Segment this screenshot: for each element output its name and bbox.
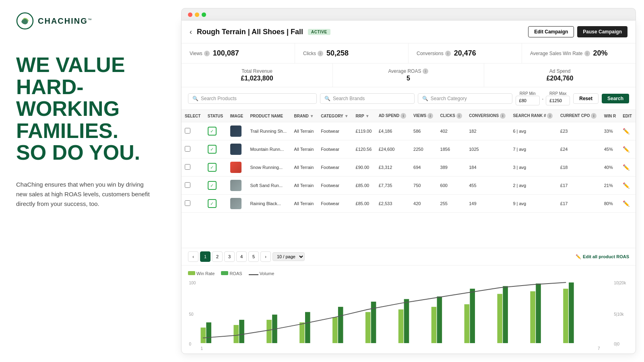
cell-conversions-4: 149: [466, 195, 510, 213]
views-th-info-icon[interactable]: i: [427, 113, 433, 119]
reset-button[interactable]: Reset: [573, 93, 599, 104]
next-page-button[interactable]: ›: [260, 251, 271, 262]
clicks-th-info-icon[interactable]: i: [456, 113, 462, 119]
conv-th-info-icon[interactable]: i: [500, 113, 506, 119]
page-3-button[interactable]: 3: [224, 251, 235, 262]
edit-row-button-1[interactable]: ✏️: [623, 146, 630, 152]
stat-views: Views i 100,087: [182, 43, 295, 63]
cell-clicks-2: 389: [437, 158, 466, 177]
search-category-icon: 🔍: [422, 96, 428, 101]
row-checkbox-0[interactable]: [185, 128, 190, 134]
status-check-4: ✓: [208, 199, 217, 208]
row-checkbox-4[interactable]: [185, 200, 190, 206]
rank-th-info-icon[interactable]: i: [547, 113, 553, 119]
th-rrp[interactable]: RRP ▼: [353, 110, 376, 122]
stat-win-rate-value: 20%: [593, 49, 608, 58]
category-filter-icon[interactable]: ▼: [345, 114, 349, 118]
total-revenue-value: £1,023,800: [190, 75, 324, 82]
th-product-name[interactable]: PRODUCT NAME: [247, 110, 291, 122]
edit-row-button-4[interactable]: ✏️: [623, 200, 630, 207]
stat-conversions-value: 20,476: [454, 49, 476, 58]
search-brands-box[interactable]: 🔍 Search Brands: [320, 93, 415, 104]
volume-legend-line: [249, 274, 258, 275]
row-checkbox-1[interactable]: [185, 146, 190, 152]
page-1-button[interactable]: 1: [200, 251, 211, 262]
cell-select-2: [182, 158, 204, 177]
cell-views-2: 694: [410, 158, 437, 177]
svg-text:50: 50: [189, 312, 194, 317]
views-info-icon[interactable]: i: [204, 51, 210, 56]
bar-roas-2: [239, 320, 244, 343]
svg-text:0: 0: [189, 342, 192, 346]
revenue-bar: Total Revenue £1,023,800 Average ROAS i …: [182, 64, 636, 87]
prev-page-button[interactable]: ‹: [188, 251, 198, 262]
search-button[interactable]: Search: [602, 94, 629, 103]
status-badge: ACTIVE: [308, 29, 330, 35]
cell-conversions-3: 455: [466, 177, 510, 195]
status-check-0: ✓: [208, 127, 217, 136]
svg-text:7: 7: [598, 346, 600, 351]
th-image: IMAGE: [227, 110, 247, 122]
cell-brand-3: All Terrain: [291, 177, 318, 195]
th-current-cpo[interactable]: CURRENT CPO i: [557, 110, 601, 122]
bar-win-2: [233, 325, 239, 343]
cpo-th-info-icon[interactable]: i: [591, 113, 597, 119]
chart-area: Win Rate ROAS Volume 100 50 0: [182, 265, 636, 354]
rrp-max-input[interactable]: [546, 96, 570, 105]
edit-row-button-3[interactable]: ✏️: [623, 182, 630, 189]
edit-row-button-0[interactable]: ✏️: [623, 128, 630, 134]
browser-dot-yellow[interactable]: [195, 12, 199, 17]
th-brand[interactable]: BRAND ▼: [291, 110, 318, 122]
pause-campaign-button[interactable]: Pause Campaign: [577, 26, 627, 37]
ad-spend-th-info-icon[interactable]: i: [400, 113, 406, 119]
roas-info-icon[interactable]: i: [423, 68, 428, 74]
page-5-button[interactable]: 5: [248, 251, 259, 262]
search-category-box[interactable]: 🔍 Search Category: [418, 93, 512, 104]
th-views[interactable]: VIEWS i: [410, 110, 437, 122]
row-checkbox-2[interactable]: [185, 164, 190, 170]
rrp-min-input[interactable]: [516, 96, 540, 105]
svg-text:5|10k: 5|10k: [614, 312, 624, 317]
edit-all-icon: ✏️: [576, 254, 581, 259]
win-rate-info-icon[interactable]: i: [584, 51, 590, 56]
browser-dot-green[interactable]: [202, 12, 206, 17]
cell-cpo-3: £17: [557, 177, 601, 195]
cell-select-4: [182, 195, 204, 213]
header-left: ‹ Rough Terrain | All Shoes | Fall ACTIV…: [190, 28, 330, 36]
search-products-box[interactable]: 🔍 Search Products: [188, 93, 317, 104]
brand-filter-icon[interactable]: ▼: [310, 114, 314, 118]
row-checkbox-3[interactable]: [185, 182, 190, 188]
conversions-info-icon[interactable]: i: [445, 51, 451, 56]
search-brands-placeholder: Search Brands: [333, 96, 365, 101]
th-conversions[interactable]: CONVERSIONS i: [466, 110, 510, 122]
stat-views-value: 100,087: [213, 49, 239, 58]
avg-roas-value: 5: [341, 75, 476, 82]
stat-views-label: Views i: [190, 51, 210, 56]
edit-all-button[interactable]: ✏️ Edit all product ROAS: [576, 254, 629, 259]
cell-category-0: Footwear: [318, 122, 352, 140]
per-page-select[interactable]: 10 / page 20 / page 50 / page: [272, 252, 305, 261]
page-nav: ‹ 1 2 3 4 5 › 10 / page 20 / page 50 / p…: [188, 251, 305, 262]
th-ad-spend[interactable]: AD SPEND i: [376, 110, 410, 122]
table-row: ✓ Soft Sand Run... All Terrain Footwear …: [182, 177, 636, 195]
th-category[interactable]: CATEGORY ▼: [318, 110, 352, 122]
cell-search-rank-4: 9 | avg: [510, 195, 557, 213]
bar-win-6: [365, 312, 371, 343]
edit-row-button-2[interactable]: ✏️: [623, 164, 630, 171]
edit-campaign-button[interactable]: Edit Campaign: [528, 26, 574, 37]
bar-win-9: [464, 304, 470, 343]
cell-edit-0: ✏️: [619, 122, 636, 140]
clicks-info-icon[interactable]: i: [318, 51, 323, 56]
cell-views-1: 2250: [410, 140, 437, 158]
th-clicks[interactable]: CLICKS i: [437, 110, 466, 122]
browser-dot-red[interactable]: [188, 12, 192, 17]
rrp-filter-icon[interactable]: ▼: [365, 114, 369, 118]
page-4-button[interactable]: 4: [236, 251, 247, 262]
product-img-2: [230, 162, 242, 173]
legend-win-rate: Win Rate: [188, 271, 215, 276]
page-2-button[interactable]: 2: [212, 251, 223, 262]
th-search-rank[interactable]: SEARCH RANK # i: [510, 110, 557, 122]
sub-text: ChaChing ensures that when you win by dr…: [16, 180, 153, 209]
cell-product-0: Trail Running Sh...: [247, 122, 291, 140]
back-button[interactable]: ‹: [190, 28, 192, 36]
